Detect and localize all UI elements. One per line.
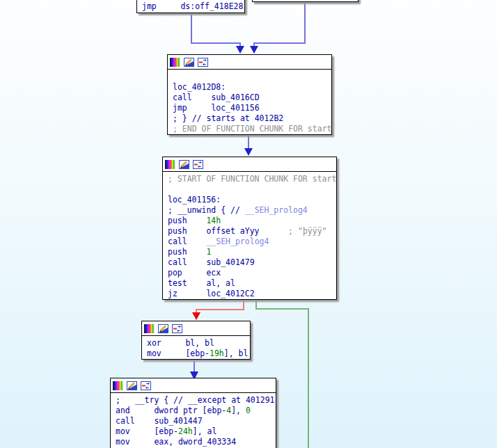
edge-topright-to-loc4012D8 bbox=[254, 2, 305, 47]
graph-node-try-block[interactable]: ; __try { // __except at 401291and dword… bbox=[110, 378, 276, 448]
disassembly-lines[interactable]: xor bl, blmov [ebp-19h], bl bbox=[142, 336, 250, 359]
node-collapse-icon[interactable] bbox=[193, 160, 203, 169]
graph-canvas[interactable]: jmp ds:off_418E28 loc_4012D8:call sub_40… bbox=[0, 0, 497, 448]
node-title-bar[interactable] bbox=[111, 378, 276, 393]
node-color-icon[interactable] bbox=[144, 324, 155, 333]
disassembly-lines[interactable]: jmp ds:off_418E28 bbox=[137, 0, 244, 12]
node-title-bar[interactable] bbox=[163, 157, 336, 172]
node-collapse-icon[interactable] bbox=[172, 324, 182, 333]
edge-loc401156-to-xorblock bbox=[196, 300, 244, 313]
node-edit-icon[interactable] bbox=[184, 58, 194, 67]
node-collapse-icon[interactable] bbox=[141, 381, 151, 390]
arrowhead-icon bbox=[236, 46, 244, 54]
graph-node-jmp-stub[interactable]: jmp ds:off_418E28 bbox=[136, 0, 245, 13]
graph-node-loc_401156[interactable]: ; START OF FUNCTION CHUNK FOR start loc_… bbox=[162, 157, 337, 300]
graph-node-top-right-stub[interactable] bbox=[252, 0, 358, 2]
node-edit-icon[interactable] bbox=[127, 381, 137, 390]
graph-node-loc_4012D8[interactable]: loc_4012D8:call sub_4016CDjmp loc_401156… bbox=[167, 54, 332, 135]
disassembly-lines[interactable]: ; START OF FUNCTION CHUNK FOR start loc_… bbox=[163, 172, 336, 299]
node-edit-icon[interactable] bbox=[179, 160, 189, 169]
graph-node-xor-block[interactable]: xor bl, blmov [ebp-19h], bl bbox=[141, 321, 251, 360]
node-edit-icon[interactable] bbox=[158, 324, 168, 333]
edge-jmpstub-to-loc4012D8 bbox=[191, 13, 240, 47]
disassembly-lines[interactable]: ; __try { // __except at 401291and dword… bbox=[111, 393, 276, 447]
node-title-bar[interactable] bbox=[168, 55, 331, 70]
node-color-icon[interactable] bbox=[165, 160, 175, 169]
node-color-icon[interactable] bbox=[113, 381, 123, 390]
disassembly-lines[interactable]: loc_4012D8:call sub_4016CDjmp loc_401156… bbox=[168, 70, 331, 134]
arrowhead-icon bbox=[244, 148, 253, 156]
node-title-bar[interactable] bbox=[142, 321, 250, 336]
node-color-icon[interactable] bbox=[170, 58, 180, 67]
arrowhead-icon bbox=[192, 312, 200, 320]
arrowhead-icon bbox=[250, 46, 258, 54]
node-collapse-icon[interactable] bbox=[198, 58, 208, 67]
